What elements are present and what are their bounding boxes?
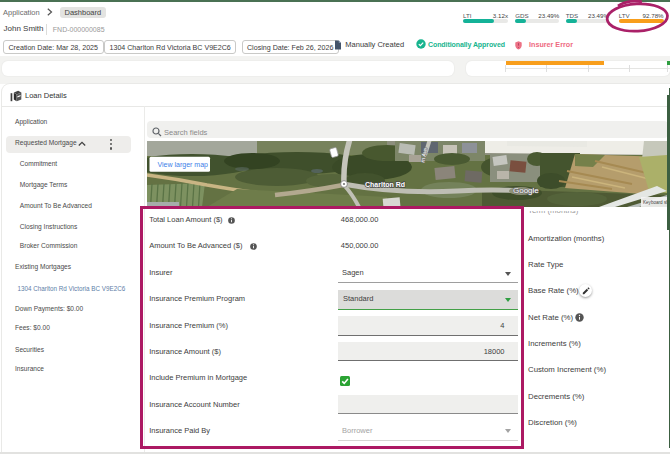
svg-text:View larger map: View larger map	[158, 161, 209, 169]
svg-text:Charlton Rd: Charlton Rd	[365, 181, 405, 188]
svg-text:Google: Google	[513, 186, 539, 195]
svg-text:Keyboard sh: Keyboard sh	[643, 200, 667, 205]
